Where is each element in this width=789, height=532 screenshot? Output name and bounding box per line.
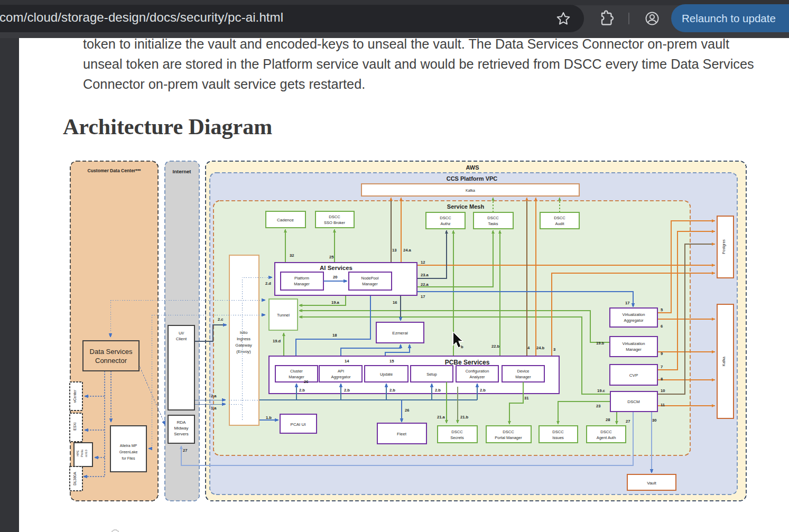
svg-text:b: b: [461, 344, 463, 349]
svg-text:PCBe Services: PCBe Services: [445, 359, 490, 366]
svg-text:Setup: Setup: [426, 372, 437, 377]
svg-text:14: 14: [345, 359, 349, 363]
svg-text:CCS Platform VPC: CCS Platform VPC: [447, 175, 498, 182]
svg-text:Servers: Servers: [174, 432, 189, 436]
svg-text:Vault: Vault: [647, 481, 656, 486]
svg-text:24.b: 24.b: [536, 346, 545, 350]
svg-text:3: 3: [553, 347, 555, 352]
svg-text:26: 26: [304, 379, 308, 384]
svg-text:22.b: 22.b: [491, 344, 500, 349]
svg-text:DSCC: DSCC: [554, 216, 565, 220]
svg-text:31: 31: [524, 396, 529, 400]
svg-text:Manager: Manager: [626, 347, 642, 352]
svg-text:Alletra MP: Alletra MP: [120, 444, 137, 447]
svg-text:Portal Manager: Portal Manager: [495, 435, 522, 440]
svg-text:nt 6.0: nt 6.0: [85, 450, 88, 457]
svg-text:Aggregator: Aggregator: [624, 318, 644, 323]
svg-text:Tasks: Tasks: [488, 221, 498, 226]
svg-text:26: 26: [405, 408, 409, 413]
svg-text:Aggregator: Aggregator: [331, 375, 351, 379]
svg-text:1.a: 1.a: [211, 406, 217, 410]
svg-text:Platform: Platform: [294, 276, 309, 281]
svg-text:2.c: 2.c: [218, 317, 224, 322]
svg-text:vCenter: vCenter: [73, 389, 77, 403]
svg-text:Manager: Manager: [289, 375, 304, 379]
svg-text:9: 9: [661, 351, 663, 356]
svg-text:Issues: Issues: [552, 435, 564, 440]
svg-text:20: 20: [333, 275, 337, 279]
svg-text:Agent Auth: Agent Auth: [597, 435, 616, 440]
svg-text:Tunnel: Tunnel: [277, 313, 290, 318]
svg-text:NodePool: NodePool: [361, 276, 379, 281]
svg-text:Kafka: Kafka: [466, 189, 475, 192]
svg-text:SSO Broker: SSO Broker: [324, 220, 346, 225]
svg-text:Authz: Authz: [440, 221, 450, 226]
svg-text:23.a: 23.a: [421, 273, 429, 277]
svg-text:Virtualization: Virtualization: [623, 312, 645, 317]
svg-text:7: 7: [661, 365, 663, 369]
svg-text:11: 11: [661, 403, 665, 407]
svg-text:PCAI UI: PCAI UI: [291, 422, 306, 427]
svg-text:Prolia: Prolia: [80, 449, 83, 457]
svg-text:2.b: 2.b: [480, 388, 486, 393]
svg-text:15: 15: [389, 359, 394, 363]
svg-text:Client: Client: [176, 337, 187, 341]
svg-text:HPE: HPE: [76, 450, 79, 456]
svg-text:Postgres: Postgres: [722, 239, 726, 254]
svg-text:27: 27: [626, 419, 630, 424]
svg-text:CVP: CVP: [629, 373, 638, 378]
svg-text:Gateway: Gateway: [235, 343, 252, 348]
svg-text:28: 28: [606, 417, 610, 422]
svg-text:AWS: AWS: [466, 164, 479, 171]
svg-text:19.a: 19.a: [331, 300, 340, 305]
svg-text:2.d: 2.d: [265, 281, 271, 286]
svg-text:27: 27: [183, 448, 187, 453]
svg-text:30: 30: [652, 418, 656, 423]
svg-text:Update: Update: [380, 372, 393, 377]
svg-text:Midway: Midway: [174, 426, 188, 431]
svg-text:10: 10: [661, 388, 665, 393]
svg-text:19.b: 19.b: [596, 341, 605, 346]
svg-text:23: 23: [596, 404, 600, 408]
svg-text:32: 32: [290, 253, 294, 258]
svg-text:(Envoy): (Envoy): [236, 349, 251, 354]
svg-text:19.c: 19.c: [597, 388, 605, 393]
svg-text:Cluster: Cluster: [290, 369, 303, 374]
svg-text:Data Services: Data Services: [90, 348, 133, 356]
svg-text:2.a: 2.a: [211, 394, 217, 398]
svg-text:DSCC: DSCC: [487, 216, 499, 220]
svg-text:GreenLake: GreenLake: [119, 450, 138, 454]
svg-text:ESXi: ESXi: [73, 422, 77, 431]
svg-text:Service Mesh: Service Mesh: [447, 203, 485, 210]
svg-text:8: 8: [661, 377, 663, 381]
svg-text:DSCC: DSCC: [440, 216, 451, 220]
svg-text:Istio: Istio: [240, 330, 248, 335]
svg-text:Internet: Internet: [173, 169, 192, 174]
svg-text:17: 17: [421, 294, 425, 299]
svg-text:12: 12: [421, 260, 425, 265]
svg-text:1.b: 1.b: [266, 415, 272, 420]
svg-text:DSCC: DSCC: [600, 430, 612, 434]
svg-text:Customer Data Center***: Customer Data Center***: [88, 168, 141, 173]
svg-text:16: 16: [393, 300, 397, 305]
svg-text:Manager: Manager: [362, 282, 378, 286]
svg-text:Analyzer: Analyzer: [469, 375, 485, 379]
svg-text:Kafka: Kafka: [722, 357, 726, 366]
svg-text:13: 13: [392, 248, 396, 253]
svg-text:RDA: RDA: [177, 420, 187, 425]
svg-text:API: API: [338, 369, 344, 374]
svg-text:DSCC: DSCC: [552, 430, 564, 434]
svg-text:AI Services: AI Services: [320, 265, 352, 271]
svg-text:Connector: Connector: [95, 357, 127, 365]
svg-text:Manager: Manager: [515, 375, 531, 379]
svg-text:Cadence: Cadence: [277, 218, 294, 222]
svg-text:UI/: UI/: [179, 331, 184, 335]
svg-text:21.b: 21.b: [460, 415, 469, 419]
svg-text:Ingress: Ingress: [237, 337, 250, 341]
svg-text:Fleet: Fleet: [397, 432, 407, 436]
svg-text:DSCM: DSCM: [627, 399, 640, 404]
svg-text:Device: Device: [517, 369, 530, 374]
svg-text:Configuration: Configuration: [466, 369, 489, 374]
svg-text:Ezmeral: Ezmeral: [392, 331, 408, 335]
svg-text:18: 18: [332, 333, 337, 338]
